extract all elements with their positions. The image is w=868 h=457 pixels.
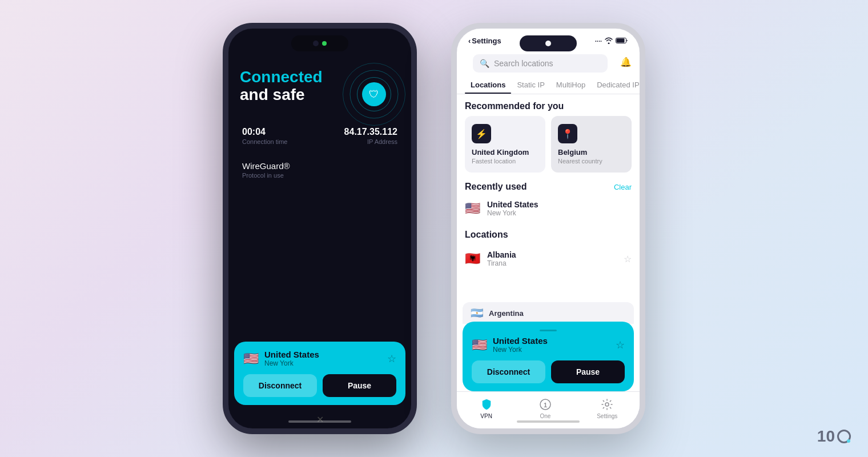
- recommended-title: Recommended for you: [457, 94, 640, 116]
- albania-favorite-icon[interactable]: ☆: [624, 254, 632, 264]
- connection-time-value: 00:04: [242, 127, 288, 137]
- phone2-screen: ‹ Settings 10:55 ····: [457, 29, 640, 428]
- argentina-flag: 🇦🇷: [471, 307, 483, 319]
- svg-point-4: [605, 403, 609, 406]
- albania-name: Albania: [487, 250, 516, 259]
- bottom-tab-bar: VPN 1 One Settings: [457, 391, 640, 428]
- notch-2: [520, 35, 577, 51]
- uk-name: United Kingdom: [472, 148, 539, 157]
- home-indicator-2[interactable]: [517, 420, 580, 423]
- protocol-row: WireGuard® Protocol in use: [240, 161, 400, 179]
- tab-static-ip[interactable]: Static IP: [511, 77, 550, 94]
- svg-text:1: 1: [544, 401, 547, 408]
- watermark-dot: [847, 439, 850, 443]
- phone2-disconnect-button[interactable]: Disconnect: [472, 360, 545, 383]
- camera-dot: [313, 41, 319, 46]
- vpn-icon: [479, 397, 494, 412]
- svg-rect-1: [617, 38, 625, 42]
- battery-icon: [616, 37, 628, 45]
- watermark: 10: [817, 427, 851, 446]
- phone1-main-area: Connected and safe 🛡 00:04 Connection ti…: [228, 57, 411, 336]
- protocol-label: Protocol in use: [242, 172, 397, 179]
- ip-address-label: IP Address: [344, 138, 397, 145]
- phone-1-frame: Connected and safe 🛡 00:04 Connection ti…: [223, 23, 417, 434]
- nearest-icon: 📍: [558, 124, 577, 143]
- pause-button[interactable]: Pause: [323, 374, 396, 397]
- phone1-screen: Connected and safe 🛡 00:04 Connection ti…: [228, 29, 411, 428]
- wifi-icon: [604, 37, 613, 45]
- tab-multihop[interactable]: MultiHop: [550, 77, 591, 94]
- connected-location-name: United States: [493, 336, 548, 346]
- location-city: New York: [264, 359, 319, 367]
- stats-row: 00:04 Connection time 84.17.35.112 IP Ad…: [240, 127, 400, 145]
- phone2-pause-button[interactable]: Pause: [551, 360, 625, 383]
- country-flag: 🇺🇸: [243, 351, 259, 366]
- recently-used-item-us[interactable]: 🇺🇸 United States New York: [457, 194, 640, 223]
- recommended-card-belgium[interactable]: 📍 Belgium Nearest country: [551, 116, 632, 173]
- tab-dedicated-ip[interactable]: Dedicated IP: [591, 77, 645, 94]
- recently-used-title: Recently used: [465, 182, 527, 192]
- fastest-icon: ⚡: [472, 124, 491, 143]
- us-flag-recent: 🇺🇸: [465, 201, 480, 216]
- tab-locations[interactable]: Locations: [465, 77, 511, 94]
- clear-button[interactable]: Clear: [614, 183, 632, 191]
- back-button[interactable]: ‹ Settings: [468, 37, 501, 45]
- connected-overlay: 🇦🇷 Argentina 🇺🇸 United States New York ☆: [457, 302, 640, 391]
- notification-bell-icon[interactable]: 🔔: [620, 57, 632, 67]
- albania-flag: 🇦🇱: [465, 251, 480, 266]
- us-location-info: United States New York: [487, 200, 538, 217]
- action-buttons: Disconnect Pause: [243, 374, 396, 397]
- indicator-green: [322, 41, 327, 46]
- radar-animation: 🛡: [343, 63, 405, 126]
- location-row: 🇺🇸 United States New York ☆: [243, 350, 396, 367]
- connected-favorite-icon[interactable]: ☆: [616, 339, 625, 351]
- belgium-sub: Nearest country: [558, 158, 625, 165]
- connected-flag: 🇺🇸: [472, 338, 487, 352]
- vpn-toggle-button[interactable]: 🛡: [362, 82, 386, 106]
- locations-section-title: Locations: [457, 223, 640, 244]
- settings-gear-icon: [600, 397, 614, 412]
- recommended-card-uk[interactable]: ⚡ United Kingdom Fastest location: [465, 116, 545, 173]
- back-chevron-icon: ‹: [468, 37, 471, 45]
- protocol-name: WireGuard®: [242, 161, 397, 171]
- search-icon: 🔍: [480, 59, 489, 68]
- settings-tab-label: Settings: [597, 413, 617, 419]
- location-item-albania[interactable]: 🇦🇱 Albania Tirana ☆: [457, 244, 640, 273]
- connection-time-stat: 00:04 Connection time: [242, 127, 288, 145]
- tabbar-settings[interactable]: Settings: [597, 397, 617, 419]
- search-bar[interactable]: 🔍 Search locations: [473, 54, 608, 73]
- disconnect-button[interactable]: Disconnect: [243, 374, 317, 397]
- uk-sub: Fastest location: [472, 158, 539, 165]
- back-label: Settings: [472, 37, 501, 45]
- location-name: United States: [264, 350, 319, 359]
- connected-location-row: 🇺🇸 United States New York ☆: [472, 336, 625, 354]
- argentina-info: Argentina: [489, 309, 524, 318]
- recently-used-header: Recently used Clear: [457, 177, 640, 194]
- vpn-tab-label: VPN: [480, 413, 492, 419]
- phone1-connected-bar: 🇺🇸 United States New York ☆ Disconnect P…: [234, 342, 405, 405]
- phone-2-frame: ‹ Settings 10:55 ····: [451, 23, 645, 434]
- ip-address-value: 84.17.35.112: [344, 127, 397, 137]
- tabbar-one[interactable]: 1 One: [538, 397, 553, 419]
- status-icons: ····: [595, 37, 628, 45]
- recommended-cards-row: ⚡ United Kingdom Fastest location 📍 Belg…: [457, 116, 640, 177]
- belgium-name: Belgium: [558, 148, 625, 157]
- connected-location-info: United States New York: [493, 336, 548, 354]
- one-icon: 1: [538, 397, 553, 412]
- shield-icon: 🛡: [369, 89, 379, 101]
- close-button[interactable]: ✕: [228, 411, 411, 428]
- search-placeholder: Search locations: [494, 59, 601, 68]
- watermark-number: 10: [817, 427, 835, 446]
- signal-dots-icon: ····: [595, 38, 602, 45]
- connected-location-city: New York: [493, 346, 548, 354]
- one-tab-label: One: [540, 413, 550, 419]
- tabbar-vpn[interactable]: VPN: [479, 397, 494, 419]
- connection-time-label: Connection time: [242, 138, 288, 145]
- scroll-line: [540, 330, 557, 331]
- phone2-connected-bar: 🇺🇸 United States New York ☆ Disconnect P…: [463, 322, 634, 391]
- favorite-icon[interactable]: ☆: [387, 352, 396, 365]
- home-indicator[interactable]: [288, 420, 351, 423]
- us-loc-name: United States: [487, 200, 538, 209]
- albania-city: Tirana: [487, 259, 516, 267]
- us-loc-city: New York: [487, 209, 538, 217]
